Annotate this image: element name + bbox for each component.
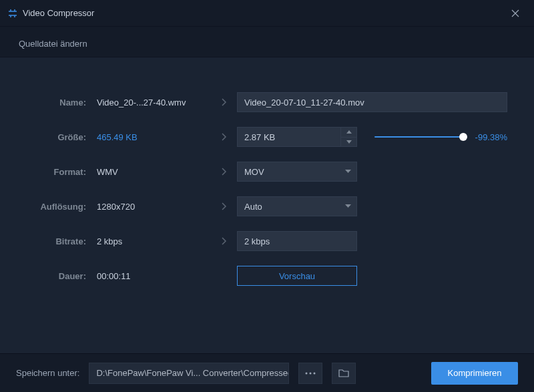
compress-button[interactable]: Komprimieren xyxy=(431,362,518,385)
size-original: 465.49 KB xyxy=(97,132,210,142)
bitrate-label: Bitrate: xyxy=(27,236,97,246)
size-spinner[interactable] xyxy=(340,128,356,146)
svg-point-2 xyxy=(314,372,316,374)
preview-button[interactable]: Vorschau xyxy=(237,266,357,286)
row-bitrate: Bitrate: 2 kbps 2 kbps xyxy=(27,230,507,252)
footer: Speichern unter: D:\FonePaw\FonePaw Vi..… xyxy=(0,353,534,392)
name-input[interactable]: Video_20-07-10_11-27-40.mov xyxy=(237,92,507,112)
chevron-down-icon xyxy=(345,170,351,174)
bitrate-input[interactable]: 2 kbps xyxy=(237,231,357,251)
resolution-target: Auto xyxy=(244,202,262,212)
more-button[interactable] xyxy=(298,363,322,384)
duration-value: 00:00:11 xyxy=(97,271,210,281)
folder-icon xyxy=(338,369,349,377)
spinner-down-icon[interactable] xyxy=(341,138,356,147)
size-input[interactable]: 2.87 KB xyxy=(237,127,357,147)
spinner-up-icon[interactable] xyxy=(341,128,356,138)
dots-icon xyxy=(305,372,316,375)
app-title: Video Compressor xyxy=(23,8,505,18)
size-target: 2.87 KB xyxy=(244,132,275,142)
resolution-label: Auflösung: xyxy=(27,202,97,212)
row-size: Größe: 465.49 KB 2.87 KB -99.38% xyxy=(27,126,507,148)
arrow-icon xyxy=(210,132,237,142)
name-label: Name: xyxy=(27,97,97,108)
format-select[interactable]: MOV xyxy=(237,162,357,182)
titlebar: Video Compressor xyxy=(0,0,534,27)
name-original: Video_20-...27-40.wmv xyxy=(97,97,210,108)
arrow-icon xyxy=(210,97,237,107)
svg-point-0 xyxy=(306,372,308,374)
change-source-label: Quelldatei ändern xyxy=(0,27,534,57)
name-target: Video_20-07-10_11-27-40.mov xyxy=(244,97,364,108)
row-resolution: Auflösung: 1280x720 Auto xyxy=(27,195,507,218)
bitrate-target: 2 kbps xyxy=(244,236,270,246)
arrow-icon xyxy=(210,202,237,211)
chevron-down-icon xyxy=(345,204,351,208)
settings-panel: Name: Video_20-...27-40.wmv Video_20-07-… xyxy=(0,57,534,319)
row-name: Name: Video_20-...27-40.wmv Video_20-07-… xyxy=(27,91,507,114)
size-percent: -99.38% xyxy=(470,132,507,142)
format-target: MOV xyxy=(244,167,264,177)
size-slider[interactable] xyxy=(374,136,463,138)
arrow-icon xyxy=(210,236,237,246)
size-slider-wrap: -99.38% xyxy=(368,132,507,142)
close-button[interactable] xyxy=(505,3,526,24)
output-path[interactable]: D:\FonePaw\FonePaw Vi... Converter\Compr… xyxy=(89,363,289,384)
arrow-icon xyxy=(210,167,237,176)
format-label: Format: xyxy=(27,167,97,177)
row-duration: Dauer: 00:00:11 Vorschau xyxy=(27,264,507,287)
duration-label: Dauer: xyxy=(27,271,97,281)
resolution-original: 1280x720 xyxy=(97,202,210,212)
resolution-select[interactable]: Auto xyxy=(237,196,357,216)
bitrate-original: 2 kbps xyxy=(97,236,210,246)
slider-thumb[interactable] xyxy=(459,133,467,141)
svg-point-1 xyxy=(310,372,312,374)
format-original: WMV xyxy=(97,167,210,177)
app-icon xyxy=(8,9,17,18)
row-format: Format: WMV MOV xyxy=(27,160,507,183)
size-label: Größe: xyxy=(27,132,97,142)
open-folder-button[interactable] xyxy=(332,363,356,384)
save-under-label: Speichern unter: xyxy=(16,368,79,378)
